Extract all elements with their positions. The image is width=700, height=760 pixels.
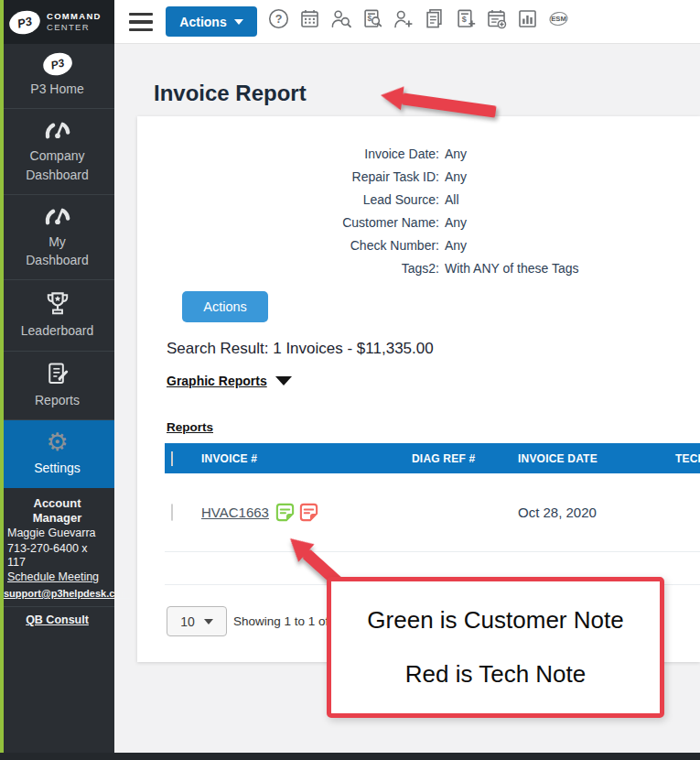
calendar-icon[interactable] (298, 7, 321, 30)
sidebar-item-reports[interactable]: Reports (0, 352, 114, 420)
help-icon[interactable]: ? (267, 7, 290, 30)
page-title: Invoice Report (154, 81, 307, 106)
sidebar-item-settings[interactable]: ⚙ Settings (0, 420, 114, 488)
page-size-select[interactable]: 10 (167, 606, 227, 636)
filter-row: Lead Source:All (137, 188, 700, 211)
filter-row: Invoice Date:Any (137, 142, 700, 165)
search-result-summary: Search Result: 1 Invoices - $11,335.00 (167, 340, 434, 358)
menu-toggle-icon[interactable] (129, 13, 153, 31)
gauge-icon (4, 118, 111, 142)
bar-chart-icon[interactable] (516, 7, 539, 30)
pagination-bar: 10 Showing 1 to 1 of (167, 606, 328, 636)
column-header-invoice[interactable]: INVOICE # (201, 452, 412, 465)
annotation-line-tech: Red is Tech Note (405, 660, 587, 689)
table-header-row: INVOICE # DIAG REF # INVOICE DATE TECHN (165, 443, 700, 473)
account-manager-panel: Account Manager Maggie Guevarra 713-270-… (0, 488, 114, 626)
window-bottom-edge (0, 753, 700, 760)
schedule-meeting-link[interactable]: Schedule Meeting (0, 570, 114, 585)
invoice-search-icon[interactable]: $ (361, 7, 383, 30)
add-appointment-icon[interactable] (485, 7, 508, 30)
copy-documents-icon[interactable] (423, 7, 446, 30)
svg-text:ESM: ESM (551, 15, 566, 23)
brand-green-strip (0, 0, 4, 753)
row-checkbox[interactable] (171, 504, 173, 521)
svg-text:$: $ (367, 14, 372, 23)
tech-note-icon[interactable] (298, 502, 319, 523)
sidebar-item-p3-home[interactable]: P3 P3 Home (0, 44, 114, 109)
top-bar: P3 COMMAND CENTER Actions ? $ (0, 0, 700, 44)
p3-home-icon: P3 (4, 53, 111, 75)
report-actions-button[interactable]: Actions (182, 291, 268, 322)
chevron-down-icon (204, 619, 213, 624)
column-header-technician[interactable]: TECHN (675, 452, 700, 465)
select-all-checkbox[interactable] (171, 451, 173, 466)
showing-entries-text: Showing 1 to 1 of (233, 614, 328, 628)
app-window: P3 COMMAND CENTER Actions ? $ (0, 0, 700, 760)
annotation-line-customer: Green is Customer Note (367, 606, 623, 635)
gauge-icon (4, 204, 111, 228)
trophy-icon (4, 289, 111, 317)
support-email-link[interactable]: support@p3helpdesk.com (0, 585, 114, 604)
report-document-icon (4, 361, 111, 386)
add-invoice-icon[interactable]: $ (454, 7, 477, 30)
gear-icon: ⚙ (4, 429, 111, 454)
topbar-actions-button[interactable]: Actions (166, 6, 257, 37)
sidebar-nav: P3 P3 Home Company Dashboard My Dashboar… (0, 44, 114, 753)
invoice-date-cell: Oct 28, 2020 (518, 505, 675, 520)
svg-text:?: ? (275, 13, 283, 26)
chevron-down-icon (234, 19, 243, 25)
add-customer-icon[interactable] (392, 7, 415, 30)
filter-row: Customer Name:Any (137, 211, 700, 233)
qb-consult-link[interactable]: QB Consult (0, 613, 114, 626)
invoice-number-link[interactable]: HVAC1663 (201, 505, 269, 520)
brand-name: COMMAND CENTER (47, 11, 102, 33)
customer-note-icon[interactable] (275, 502, 296, 523)
annotation-box: Green is Customer Note Red is Tech Note (327, 577, 664, 718)
filter-row: Repair Task ID:Any (137, 165, 700, 188)
customer-search-icon[interactable] (329, 7, 352, 30)
divider (0, 606, 114, 607)
filter-row: Tags2:With ANY of these Tags (137, 256, 700, 279)
sidebar-item-my-dashboard[interactable]: My Dashboard (0, 195, 114, 281)
column-header-diag-ref[interactable]: DIAG REF # (412, 452, 518, 465)
table-row: HVAC1663 Oct 28, 2020 (165, 473, 700, 552)
sidebar-item-leaderboard[interactable]: Leaderboard (0, 280, 114, 351)
account-manager-heading: Account Manager (0, 495, 114, 526)
svg-text:$: $ (462, 15, 467, 24)
sidebar-item-company-dashboard[interactable]: Company Dashboard (0, 109, 114, 195)
esm-icon[interactable]: ESM (547, 7, 570, 30)
filter-row: Check Number:Any (137, 233, 700, 256)
column-header-invoice-date[interactable]: INVOICE DATE (518, 452, 675, 465)
account-manager-name: Maggie Guevarra (0, 526, 114, 541)
brand-logo[interactable]: P3 COMMAND CENTER (0, 0, 114, 44)
graphic-reports-toggle[interactable]: Graphic Reports (167, 374, 292, 388)
p3-logo-icon: P3 (6, 7, 42, 37)
invoice-table: INVOICE # DIAG REF # INVOICE DATE TECHN … (165, 443, 700, 552)
filter-summary: Invoice Date:Any Repair Task ID:Any Lead… (137, 142, 700, 279)
account-manager-phone: 713-270-6400 x 117 (0, 541, 114, 570)
reports-link[interactable]: Reports (167, 420, 213, 434)
chevron-down-icon (275, 376, 292, 385)
